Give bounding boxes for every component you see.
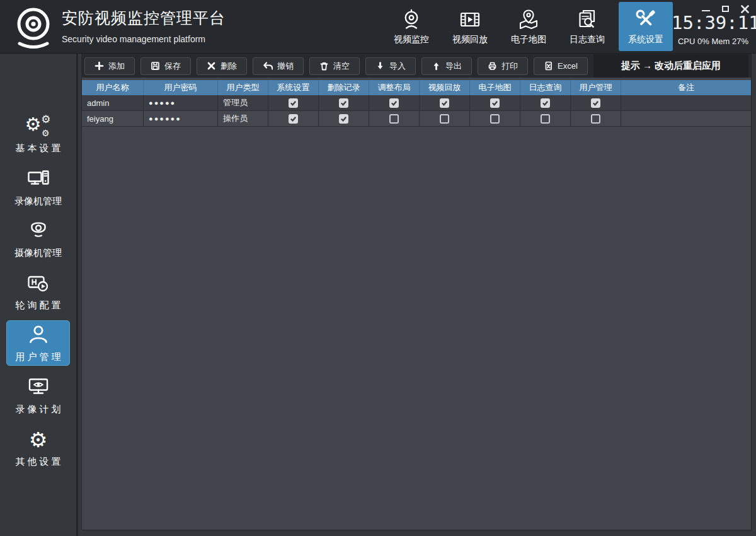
usertype-cell[interactable]: 操作员: [218, 111, 268, 126]
nav-item-video-monitor[interactable]: 视频监控: [384, 2, 438, 51]
maximize-button[interactable]: [722, 6, 729, 12]
permission-checkbox[interactable]: [541, 114, 550, 124]
sidebar: ⚙⚙⚙ 基本设置 录像机管理 摄像机管理: [0, 54, 76, 536]
toolbar: 添加 保存 删除 撤销: [82, 54, 751, 78]
mem-usage: Mem 27%: [711, 37, 748, 46]
permission-cell: [319, 95, 369, 110]
sidebar-item-label: 用户管理: [16, 351, 64, 363]
clock-block: 15:39:11 CPU 0% Mem 27%: [672, 12, 755, 46]
tools-icon: [634, 8, 657, 31]
clear-button[interactable]: 清空: [309, 57, 360, 75]
permission-cell: [268, 95, 319, 110]
column-header-log-query: 日志查询: [520, 80, 571, 95]
sidebar-item-nvr-management[interactable]: 录像机管理: [6, 165, 70, 210]
save-icon: [151, 61, 160, 71]
column-header-user-management: 用户管理: [571, 80, 621, 95]
title-block: 安防视频监控管理平台 Security video management pla…: [62, 8, 226, 44]
app-logo-webcam-icon: [10, 4, 57, 50]
column-header-usertype: 用户类型: [218, 80, 268, 95]
password-cell[interactable]: ●●●●●: [144, 95, 218, 110]
permission-cell: [571, 111, 621, 126]
sidebar-item-label: 录像计划: [16, 404, 64, 416]
column-header-password: 用户密码: [144, 80, 218, 95]
permission-checkbox[interactable]: [490, 114, 500, 124]
nav-item-label: 视频回放: [452, 34, 488, 45]
sidebar-item-user-management[interactable]: 用户管理: [6, 320, 70, 366]
sidebar-item-camera-management[interactable]: 摄像机管理: [6, 216, 70, 262]
sidebar-item-label: 轮询配置: [16, 300, 64, 312]
nav-item-emap[interactable]: 电子地图: [501, 2, 556, 51]
column-header-remark: 备注: [621, 80, 751, 95]
remark-cell[interactable]: [621, 111, 751, 126]
permission-checkbox[interactable]: [289, 98, 298, 108]
plus-icon: [94, 61, 104, 71]
cpu-usage: CPU 0%: [678, 37, 709, 46]
button-label: 保存: [164, 61, 181, 72]
sidebar-item-other-settings[interactable]: ⚙ 其他设置: [6, 425, 70, 470]
permission-checkbox[interactable]: [591, 98, 600, 108]
permission-checkbox[interactable]: [591, 114, 600, 124]
add-button[interactable]: 添加: [84, 57, 135, 75]
sidebar-item-label: 录像机管理: [14, 195, 62, 207]
permission-checkbox[interactable]: [339, 114, 348, 124]
button-label: 撤销: [277, 61, 294, 72]
permission-cell: [520, 111, 571, 126]
permission-checkbox[interactable]: [389, 98, 399, 108]
nav-item-system-settings[interactable]: 系统设置: [619, 2, 673, 51]
permission-checkbox[interactable]: [289, 114, 298, 124]
nav-item-log-query[interactable]: 日志查询: [560, 2, 614, 51]
permission-cell: [470, 111, 520, 126]
nvr-icon: [27, 167, 50, 191]
permission-checkbox[interactable]: [541, 98, 550, 108]
arrow-up-icon: [432, 61, 441, 71]
button-label: 删除: [220, 61, 237, 72]
table-header-row: 用户名称 用户密码 用户类型 系统设置 删除记录 调整布局 视频回放 电子地图 …: [82, 80, 751, 95]
username-cell[interactable]: feiyang: [82, 111, 144, 126]
export-button[interactable]: 导出: [421, 57, 472, 75]
nav-item-label: 电子地图: [511, 34, 546, 45]
restart-hint: 提示 → 改动后重启应用: [593, 54, 748, 78]
main-area: 添加 保存 删除 撤销: [76, 54, 756, 536]
permission-checkbox[interactable]: [440, 114, 449, 124]
permission-cell: [571, 95, 621, 110]
permission-checkbox[interactable]: [389, 114, 399, 124]
undo-button[interactable]: 撤销: [253, 57, 304, 75]
password-cell[interactable]: ●●●●●●: [144, 111, 218, 126]
column-header-system-settings: 系统设置: [268, 80, 319, 95]
titlebar: 安防视频监控管理平台 Security video management pla…: [0, 0, 756, 54]
nav-item-label: 日志查询: [570, 34, 605, 45]
permission-cell: [520, 95, 571, 110]
remark-cell[interactable]: [621, 95, 751, 110]
log-search-icon: [576, 8, 598, 31]
permission-checkbox[interactable]: [339, 98, 348, 108]
permission-checkbox[interactable]: [490, 98, 500, 108]
sidebar-item-record-plan[interactable]: 录像计划: [6, 373, 70, 418]
sidebar-item-label: 基本设置: [16, 143, 64, 154]
button-label: 打印: [501, 61, 518, 72]
user-icon: [27, 323, 50, 347]
nav-item-video-playback[interactable]: 视频回放: [443, 2, 497, 51]
import-button[interactable]: 导入: [365, 57, 416, 75]
print-button[interactable]: 打印: [478, 57, 528, 75]
usertype-cell[interactable]: 管理员: [218, 95, 268, 110]
permission-cell: [470, 95, 520, 110]
sidebar-item-label: 其他设置: [16, 456, 64, 468]
minimize-button[interactable]: [702, 10, 710, 11]
permission-checkbox[interactable]: [440, 98, 449, 108]
webcam-icon: [400, 8, 423, 31]
username-cell[interactable]: admin: [82, 95, 144, 110]
sidebar-item-polling-config[interactable]: 轮询配置: [6, 269, 70, 314]
nav-item-label: 系统设置: [628, 34, 663, 45]
excel-button[interactable]: Excel: [534, 57, 588, 75]
playback-icon: [459, 8, 481, 31]
delete-button[interactable]: 删除: [197, 57, 247, 75]
permission-cell: [319, 111, 369, 126]
permission-cell: [369, 95, 420, 110]
app-subtitle: Security video management platform: [62, 34, 226, 44]
dome-camera-icon: [27, 219, 50, 243]
save-button[interactable]: 保存: [140, 57, 191, 75]
map-pin-icon: [517, 8, 540, 31]
sidebar-item-basic-settings[interactable]: ⚙⚙⚙ 基本设置: [6, 112, 70, 157]
column-header-emap: 电子地图: [470, 80, 520, 95]
button-label: 清空: [333, 61, 350, 72]
